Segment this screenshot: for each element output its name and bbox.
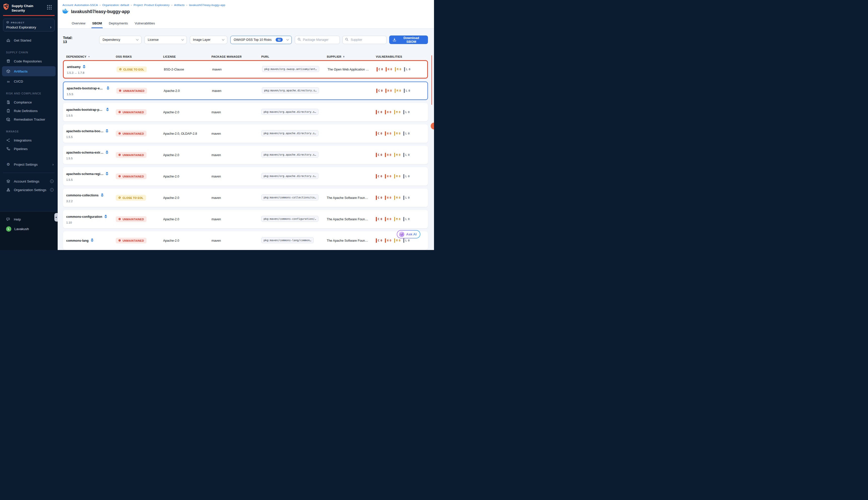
sidebar-item-organization-settings[interactable]: Organization Settings i [0,185,58,194]
breadcrumb-link[interactable]: Organization: default [102,3,129,7]
org-chart-gear-icon [6,188,11,192]
doc-search-icon [6,100,11,104]
ask-ai-button[interactable]: Ask AI [397,230,420,238]
breadcrumb-link[interactable]: Project: Product Exploratory [134,3,169,7]
sidebar-item-project-settings[interactable]: ⚙ Project Settings › [0,160,58,169]
sidebar-item-ci-cd[interactable]: ∞ CI/CD [0,77,58,86]
sidebar-section-label: SUPPLY CHAIN [6,51,52,54]
layers-icon [90,238,94,243]
table-row[interactable]: apacheds-bootstrap-ex… 1.5.5 ⊗UNMAINTAIN… [63,82,428,100]
brand-divider [3,15,55,16]
vuln-count-h: H 0 [385,238,391,243]
vuln-count-l: L 0 [404,89,410,93]
breadcrumb-separator-icon: › [186,3,187,7]
license-value: Apache-2.0, OLDAP-2.8 [163,132,212,135]
circle-cross-icon: ⊗ [118,217,121,221]
supplier-value: The Apache Software Foun… [327,217,376,221]
tab-vulnerabilities[interactable]: Vulnerabilities [135,21,155,28]
sidebar-bottom-nav: ⚙ Project Settings › Account Settings i [0,160,58,194]
vulnerability-counts: C 0 H 0 M 0 L 0 [376,238,425,243]
oss-risk-badge: ⊗UNMAINTAINED [116,130,147,136]
project-label: PROJECT [11,21,25,24]
download-sbom-button[interactable]: Download SBOM [389,35,428,44]
filter-dropdown-owasp-oss-top-10-risks[interactable]: OWASP OSS Top 10 Risks02 [230,36,292,44]
purl-chip[interactable]: pkg:maven/org.owasp.antisamy/ant… [262,66,319,72]
breadcrumb-link[interactable]: Account: Automation-SSCA [62,3,98,7]
sidebar-section-label: RISK AND COMPLIANCE [6,92,52,95]
clipboard-check-icon [6,109,11,113]
sidebar-item-code-repositories[interactable]: Code Repositories [0,57,58,66]
dependency-version: 1.5.5 [67,93,116,96]
sidebar-collapse-handle[interactable]: ◀ [54,213,58,221]
table-row[interactable]: apacheds-bootstrap-pa… 1.5.5 ⊗UNMAINTAIN… [63,103,428,121]
tab-sbom[interactable]: SBOM [92,21,102,28]
search-icon [345,37,349,42]
pipelines-icon [6,147,11,151]
vuln-count-m: M 0 [394,110,400,114]
vuln-count-h: H 0 [386,67,392,71]
dependency-name: commons-lang [66,239,89,242]
vuln-count-h: H 0 [385,89,392,93]
page-header: Account: Automation-SSCA›Organization: d… [58,0,434,19]
dependency-name: commons-collections [66,194,99,197]
table-row[interactable]: antisamy 1.5.3 → 1.7.8 ⊘CLOSE TO EOL BSD… [63,60,428,79]
sidebar-item-artifacts[interactable]: Artifacts [2,66,56,76]
sidebar-item-integrations[interactable]: Integrations [0,136,58,145]
breadcrumb-link[interactable]: lavakush07/easy-buggy-app [189,3,225,7]
supplier-input[interactable] [350,38,384,42]
filter-dropdown-image-layer[interactable]: Image Layer [190,36,228,44]
purl-chip[interactable]: pkg:maven/commons-collections/co… [261,194,318,201]
purl-chip[interactable]: pkg:maven/org.apache.directory.s… [262,87,319,93]
table-row[interactable]: commons-configuration 1.10 ⊗UNMAINTAINED… [63,210,428,228]
filter-dropdown-license[interactable]: License [145,36,187,44]
upgrade-arrow-icon: → [74,71,77,74]
purl-chip[interactable]: pkg:maven/org.apache.directory.s… [261,173,318,179]
purl-chip[interactable]: pkg:maven/commons-lang/common… [261,237,314,243]
package-manager-value: maven [212,196,261,200]
purl-chip[interactable]: pkg:maven/commons-configuration/… [261,216,318,222]
user-avatar: L [6,226,11,231]
tab-overview[interactable]: Overview [72,21,85,28]
column-header-dependency[interactable]: DEPENDENCY▼ [66,55,116,58]
sidebar-item-account-settings[interactable]: Account Settings i [0,177,58,185]
breadcrumb-separator-icon: › [171,3,172,7]
vuln-count-m: M 0 [395,89,401,93]
oss-risk-badge: ⊗UNMAINTAINED [116,173,147,179]
sidebar-item-pipelines[interactable]: Pipelines [0,145,58,153]
vuln-count-l: L 0 [403,110,410,114]
package-manager-search [295,36,340,44]
purl-chip[interactable]: pkg:maven/org.apache.directory.s… [261,109,318,115]
purl-chip[interactable]: pkg:maven/org.apache.directory.s… [261,130,318,136]
sidebar-item-compliance[interactable]: Compliance [0,98,58,106]
table-row[interactable]: commons-collections 3.2.2 ⊘CLOSE TO EOL … [63,189,428,207]
docker-icon [62,9,69,15]
sidebar-item-get-started[interactable]: Get Started [0,36,58,45]
circle-cross-icon: ⊗ [118,153,121,157]
app-root: Supply Chain Security PROJECT Product Ex… [0,0,434,250]
sidebar-item-label: Pipelines [14,147,28,151]
project-selector[interactable]: PROJECT Product Exploratory › [3,19,55,32]
purl-chip[interactable]: pkg:maven/org.apache.directory.s… [261,151,318,158]
table-row[interactable]: commons-lang ⊗UNMAINTAINED Apache-2.0 ma… [63,231,428,250]
license-value: Apache-2.0 [163,175,212,178]
user-menu[interactable]: L Lavakush [0,224,58,234]
vuln-count-c: C 0 [376,89,382,93]
vuln-count-l: L 0 [403,217,410,221]
layers-icon [106,107,109,112]
vuln-count-l: L 0 [403,153,410,157]
table-row[interactable]: apacheds-schema-regi… 1.5.5 ⊗UNMAINTAINE… [63,167,428,185]
vuln-count-c: C 0 [376,196,382,200]
main-content: Account: Automation-SSCA›Organization: d… [58,0,434,250]
table-row[interactable]: apacheds-schema-extr… 1.5.5 ⊗UNMAINTAINE… [63,146,428,164]
table-row[interactable]: apacheds-schema-boo… 1.5.5 ⊗UNMAINTAINED… [63,124,428,143]
filter-dropdown-dependency[interactable]: Dependency [99,36,141,44]
sidebar-item-rule-definitions[interactable]: Rule Definitions [0,106,58,115]
sidebar-item-remediation-tracker[interactable]: Remediation Tracker [0,115,58,124]
module-switcher-grid-icon[interactable] [47,5,52,10]
sidebar-item-help[interactable]: ? Help [0,215,58,224]
breadcrumb-link[interactable]: Artifacts [174,3,184,7]
tab-deployments[interactable]: Deployments [109,21,128,28]
column-header-supplier[interactable]: SUPPLIER▲▼ [327,55,376,58]
package-manager-input[interactable] [302,38,337,42]
column-header-package-manager: PACKAGE MANAGER [212,55,261,58]
